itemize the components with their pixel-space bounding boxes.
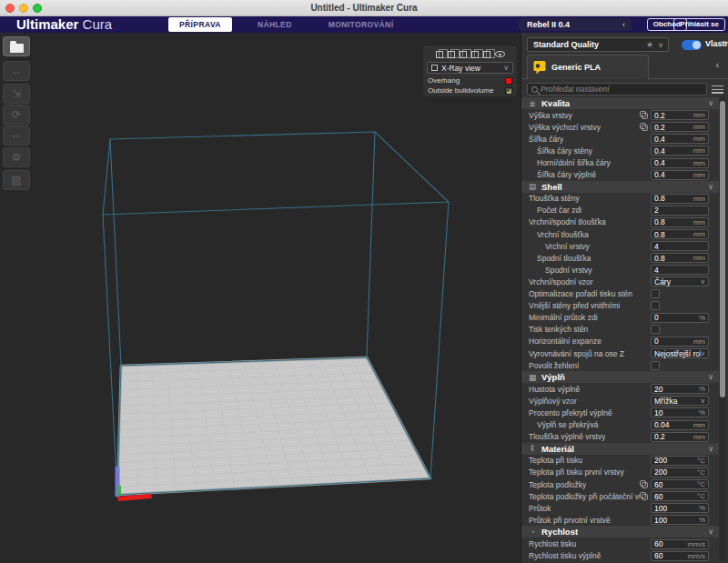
setting-select[interactable]: Mřížka∨ <box>651 396 709 406</box>
setting-label: Spodní tloušťka <box>521 254 591 263</box>
support-blocker-tool-button[interactable]: ▨ <box>3 170 30 190</box>
move-tool-button[interactable]: ↔ <box>3 61 30 81</box>
stage-tabs: PŘÍPRAVANÁHLEDMONITOROVÁNÍ <box>168 16 404 33</box>
setting-input[interactable]: 2 <box>651 206 709 216</box>
material-pin-icon <box>533 60 546 75</box>
setting-input[interactable]: 0% <box>651 313 709 323</box>
stage-tab[interactable]: NÁHLED <box>247 17 303 32</box>
left-view-icon[interactable] <box>471 51 479 58</box>
rotate-tool-button[interactable]: ⟳ <box>3 105 30 125</box>
setting-input[interactable]: 0.8mm <box>651 217 709 227</box>
setting-input[interactable]: 200°C <box>651 456 709 466</box>
machine-selector[interactable]: Rebel II 0.4 ‹ <box>519 18 632 31</box>
setting-input[interactable]: 4 <box>651 241 709 251</box>
setting-label: Výška výchozí vrstvy <box>521 123 601 132</box>
setting-label: Minimální průtok zdi <box>521 313 598 322</box>
viewport-3d[interactable] <box>0 33 521 563</box>
setting-input[interactable]: 60mm/s <box>651 551 709 561</box>
setting-label: Vrchní/spodní tloušťka <box>521 217 606 226</box>
sign-in-button[interactable]: Přihlásit se <box>673 18 725 31</box>
link-icon[interactable] <box>640 492 648 500</box>
front-view-icon[interactable] <box>448 51 455 58</box>
setting-unit: mm/s <box>687 540 708 548</box>
profile-dropdown[interactable]: Standard Quality ★ ∨ <box>527 37 669 52</box>
render-mode-dropdown[interactable]: X-Ray view ∨ <box>427 62 513 74</box>
right-view-icon[interactable] <box>483 51 490 58</box>
section-header-speed[interactable]: ◔Rychlost∨ <box>521 526 720 538</box>
setting-row: Minimální průtok zdi0% <box>521 312 720 324</box>
setting-row: Teplota při tisku první vrstvy200°C <box>521 467 720 478</box>
setting-input[interactable]: 0.04mm <box>651 420 709 430</box>
extruder-tab[interactable]: Generic PLA <box>527 55 649 79</box>
legend-label: Overhang <box>428 76 505 85</box>
profile-row: Standard Quality ★ ∨ Vlastní × <box>521 36 728 53</box>
search-input[interactable] <box>541 85 706 94</box>
settings-scrollbar[interactable] <box>719 97 726 561</box>
setting-input[interactable]: 0.2mm <box>651 122 709 132</box>
top-view-icon[interactable] <box>460 51 467 58</box>
setting-input[interactable]: 0mm <box>651 337 709 347</box>
setting-checkbox[interactable] <box>651 301 660 310</box>
setting-input[interactable]: 0.4mm <box>651 170 709 180</box>
setting-input[interactable]: 100% <box>651 503 709 513</box>
extruder-row: Generic PLA ‹ <box>521 54 728 79</box>
section-header-infill[interactable]: ▦Výplň∨ <box>521 371 720 383</box>
setting-checkbox[interactable] <box>651 289 660 298</box>
setting-unit: % <box>699 314 708 322</box>
setting-input[interactable]: 60mm/s <box>651 539 709 549</box>
stage-tab[interactable]: PŘÍPRAVA <box>168 17 232 32</box>
eye-icon[interactable] <box>495 51 505 57</box>
setting-input[interactable]: 20% <box>651 384 709 394</box>
setting-label: Tisk tenkých stěn <box>521 325 588 334</box>
mirror-tool-button[interactable]: ⇔ <box>3 126 30 146</box>
setting-select[interactable]: Nejostřejší roh∨ <box>651 348 709 358</box>
setting-input[interactable]: 60°C <box>651 479 709 489</box>
setting-label: Vyrovnávání spojů na ose Z <box>521 349 624 358</box>
y-axis-green <box>118 486 122 496</box>
setting-row: Spodní tloušťka0.8mm <box>521 252 720 264</box>
build-volume-scene <box>0 33 521 563</box>
open-folder-icon <box>10 44 24 53</box>
setting-input[interactable]: 0.4mm <box>651 146 709 156</box>
close-icon[interactable]: × <box>722 37 727 48</box>
setting-input[interactable]: 0.8mm <box>651 194 709 204</box>
per-model-settings-tool-button[interactable]: ⚙ <box>3 147 30 167</box>
setting-input[interactable]: 60°C <box>651 491 709 501</box>
setting-input[interactable]: 4 <box>651 265 709 275</box>
setting-unit: °C <box>697 457 708 465</box>
setting-input[interactable]: 100% <box>651 515 709 525</box>
setting-input[interactable]: 0.2mm <box>651 110 709 120</box>
setting-row: Povolit žehlení <box>521 359 720 371</box>
setting-unit: mm <box>693 230 708 238</box>
setting-label: Výplň se překrývá <box>521 420 599 429</box>
setting-select[interactable]: Čáry∨ <box>651 276 709 287</box>
section-header-shell[interactable]: ▤Shell∨ <box>521 181 720 193</box>
setting-input[interactable]: 10% <box>651 407 709 417</box>
link-icon[interactable] <box>640 111 648 119</box>
setting-input[interactable]: 0.4mm <box>651 158 709 168</box>
setting-input[interactable]: 0.8mm <box>651 253 709 263</box>
custom-mode-toggle[interactable] <box>682 40 702 50</box>
setting-checkbox[interactable] <box>651 361 660 370</box>
setting-row: Spodní vrstvy4 <box>521 264 720 276</box>
stage-tab[interactable]: MONITOROVÁNÍ <box>318 17 405 32</box>
setting-row: Horizontální expanze0mm <box>521 336 720 347</box>
setting-unit: mm <box>693 218 708 226</box>
link-icon[interactable] <box>640 123 648 131</box>
settings-menu-icon[interactable] <box>712 85 723 94</box>
chevron-left-icon[interactable]: ‹ <box>716 60 719 70</box>
setting-checkbox[interactable] <box>651 325 660 334</box>
link-icon[interactable] <box>640 480 648 488</box>
section-header-quality[interactable]: ≣Kvalita∨ <box>521 97 720 109</box>
3d-view-icon[interactable] <box>436 51 443 58</box>
profile-name: Standard Quality <box>528 40 646 49</box>
setting-input[interactable]: 0.8mm <box>651 229 709 239</box>
section-header-material[interactable]: ‖Materiál∨ <box>521 443 720 455</box>
setting-input[interactable]: 0.2mm <box>651 432 709 442</box>
chevron-left-icon: ‹ <box>622 20 632 29</box>
scrollbar-thumb[interactable] <box>720 101 725 397</box>
setting-input[interactable]: 200°C <box>651 467 709 478</box>
scale-tool-button[interactable]: ⇲ <box>3 84 30 104</box>
setting-input[interactable]: 0.4mm <box>651 134 709 144</box>
open-file-button[interactable] <box>3 36 30 56</box>
